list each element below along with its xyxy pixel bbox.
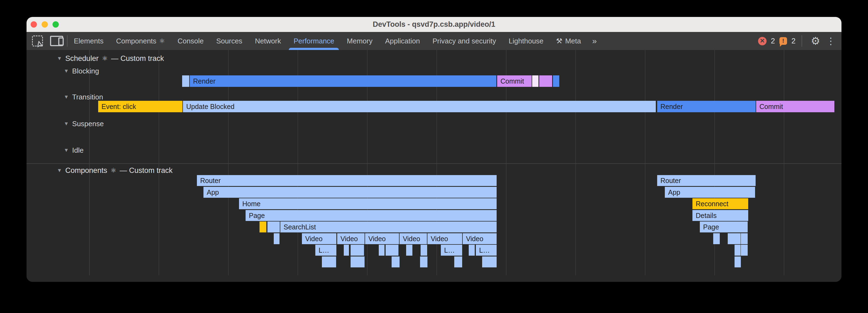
scheduler-track-suffix: — Custom track [111,54,164,63]
flame-bar[interactable] [735,256,741,267]
flame-bar[interactable] [392,256,400,267]
flame-bar-video[interactable]: Video [365,233,399,244]
flame-bar[interactable] [420,256,428,267]
collapse-triangle-icon[interactable]: ▼ [64,121,69,127]
flame-bar-l-[interactable]: L… [441,245,462,256]
flame-bar-render[interactable]: Render [657,101,755,112]
tab-memory[interactable]: Memory [340,32,379,50]
scheduler-lane-transition[interactable]: ▼Transition [64,93,103,101]
flame-bar-app[interactable]: App [204,187,497,198]
flame-bar[interactable] [385,245,398,256]
flame-bar[interactable] [406,245,412,256]
scheduler-lane-idle[interactable]: ▼Idle [64,146,84,154]
collapse-triangle-icon[interactable]: ▼ [57,56,62,62]
flame-bar-label: Reconnect [692,200,728,208]
flame-bar-video[interactable]: Video [463,233,497,244]
tab-sources[interactable]: Sources [210,32,249,50]
flame-bar-router[interactable]: Router [197,175,497,186]
flame-bar-label: L… [476,246,490,254]
flame-bar-label: Details [692,212,716,219]
flame-bar[interactable] [421,245,427,256]
settings-gear-icon[interactable]: ⚙ [811,35,820,47]
flame-bar-searchlist[interactable]: SearchList [280,221,497,233]
scheduler-track-header[interactable]: ▼ Scheduler ⚛ — Custom track [57,54,164,63]
flame-bar-reconnect[interactable]: Reconnect [692,198,748,209]
flame-bar-video[interactable]: Video [302,233,336,244]
flame-bar-commit[interactable]: Commit [756,101,834,112]
flame-bar[interactable] [344,245,349,256]
flame-bar[interactable] [379,245,384,256]
flame-bar-video[interactable]: Video [428,233,462,244]
scheduler-lane-blocking[interactable]: ▼Blocking [64,67,99,75]
tab-meta[interactable]: ⚒Meta [550,32,587,50]
more-tabs-button[interactable]: » [587,32,600,50]
tab-application[interactable]: Application [379,32,426,50]
minimize-window-button[interactable] [41,21,48,28]
flame-bar[interactable] [713,233,720,244]
scheduler-lane-suspense[interactable]: ▼Suspense [64,119,104,128]
flame-bar-l-[interactable]: L… [476,245,497,256]
flame-bar[interactable] [274,233,279,244]
flame-bar-video[interactable]: Video [400,233,427,244]
macos-titlebar: DevTools - qsvd7p.csb.app/video/1 [27,17,841,32]
tab-label: Lighthouse [509,37,544,45]
flame-bar[interactable] [735,245,741,256]
flame-bar[interactable] [268,221,280,233]
tab-lighthouse[interactable]: Lighthouse [502,32,550,50]
flame-bar-app[interactable]: App [665,187,755,198]
flame-bar-label: L… [315,246,329,254]
flame-bar[interactable] [322,256,336,267]
flame-bar[interactable] [350,256,365,267]
flame-bar-l-[interactable]: L… [315,245,336,256]
tab-performance[interactable]: Performance [287,32,340,50]
kebab-menu-icon[interactable]: ⋮ [826,35,835,46]
tab-label: Console [178,37,204,45]
flame-bar-page[interactable]: Page [700,221,748,233]
flame-bar[interactable] [741,245,748,256]
flame-bar-commit[interactable]: Commit [497,75,532,87]
flame-bar-router[interactable]: Router [657,175,755,186]
device-toolbar-icon[interactable] [50,36,63,46]
flame-bar-page[interactable]: Page [246,210,497,221]
warning-badge-icon[interactable]: ! [779,37,787,45]
flame-bar-render[interactable]: Render [190,75,496,87]
components-track-header[interactable]: ▼ Components ⚛ — Custom track [57,166,173,175]
collapse-triangle-icon[interactable]: ▼ [64,147,69,153]
error-badge-icon[interactable]: ✕ [758,37,767,45]
devtools-tabs: ElementsComponents⚛ConsoleSourcesNetwork… [67,32,587,50]
flame-bar[interactable] [182,75,189,87]
collapse-triangle-icon[interactable]: ▼ [57,167,62,173]
flame-bar-event-click[interactable]: Event: click [98,101,182,112]
label-column-divider [89,50,90,275]
collapse-triangle-icon[interactable]: ▼ [64,94,69,100]
flame-bar[interactable] [482,256,497,267]
inspect-element-icon[interactable] [32,35,43,46]
tab-elements[interactable]: Elements [67,32,110,50]
flame-bar[interactable] [553,75,559,87]
devtools-window: DevTools - qsvd7p.csb.app/video/1 Elemen… [27,17,841,282]
warning-count: 2 [792,37,796,45]
zoom-window-button[interactable] [53,21,59,28]
collapse-triangle-icon[interactable]: ▼ [64,68,69,74]
flame-bar-label: App [204,188,219,196]
timeline-gridline [576,50,576,275]
flame-bar[interactable] [741,233,748,244]
flame-bar[interactable] [728,233,741,244]
tab-privacy-and-security[interactable]: Privacy and security [426,32,502,50]
timeline-gridline [645,50,645,275]
flame-bar[interactable] [469,245,475,256]
flame-bar-video[interactable]: Video [337,233,365,244]
close-window-button[interactable] [31,21,37,28]
flame-bar-update-blocked[interactable]: Update Blocked [183,101,656,112]
tab-console[interactable]: Console [171,32,210,50]
flame-bar[interactable] [259,221,266,233]
flame-bar-details[interactable]: Details [692,210,748,221]
tab-network[interactable]: Network [249,32,287,50]
flame-bar[interactable] [532,75,538,87]
tab-components[interactable]: Components⚛ [110,32,171,50]
flame-bar[interactable] [539,75,552,87]
timeline-gridline [159,50,159,275]
flame-bar[interactable] [454,256,462,267]
flame-bar[interactable] [350,245,364,256]
flame-bar-home[interactable]: Home [239,198,497,209]
